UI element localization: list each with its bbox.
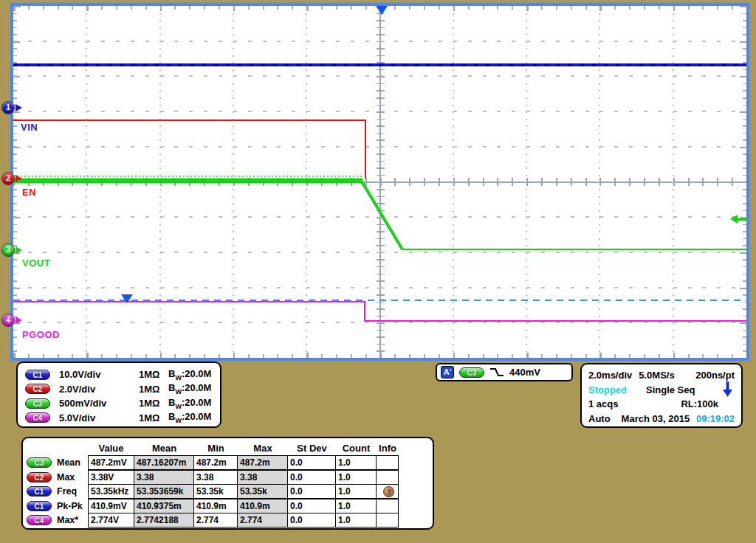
- measurement-cell: 3.38: [134, 470, 194, 485]
- trace-label-pgood: PGOOD: [22, 329, 60, 340]
- measurement-cell: 3.38: [193, 470, 238, 485]
- measurement-cell: 410.9375m: [134, 499, 194, 513]
- measurement-cell: 487.2m: [193, 455, 238, 470]
- measurement-name: Pk-Pk: [57, 501, 83, 511]
- measurement-cell: 0.0: [287, 484, 336, 499]
- channel-pill-c3[interactable]: C3: [25, 398, 50, 409]
- channel-impedance: 1MΩ: [139, 369, 168, 380]
- channel-ref-arrow-2: [16, 175, 22, 182]
- channel-ref-marker-3[interactable]: 3: [1, 243, 15, 257]
- measurement-col-header: Info: [358, 443, 417, 454]
- measurement-cell: 53.353659k: [134, 484, 194, 499]
- measurement-cell: 487.2mV: [88, 455, 134, 470]
- measurement-cell: 3.38V: [88, 470, 134, 485]
- channel-impedance: 1MΩ: [139, 384, 168, 395]
- measurement-name: Freq: [57, 486, 77, 497]
- channel-settings-row: C3500mV/div1MΩBW:20.0M: [25, 396, 213, 411]
- acquisition-count: 1 acqs: [588, 398, 618, 409]
- channel-settings-row: C110.0V/div1MΩBW:20.0M: [25, 367, 213, 382]
- measurement-cell: 53.35k: [193, 484, 238, 499]
- channel-scale: 500mV/div: [59, 398, 139, 409]
- measurement-cell: 2.774V: [88, 513, 134, 528]
- measurement-table-panel: ValueMeanMinMaxSt DevCountInfo C3Mean487…: [21, 437, 434, 530]
- waveform-display: VINENVOUTPGOOD: [10, 3, 749, 361]
- measurement-cell: 2.774: [237, 513, 288, 528]
- measurement-cell: 487.2m: [237, 455, 288, 470]
- measurement-cell: 53.35k: [237, 484, 288, 499]
- measurement-info-icon[interactable]: ?: [383, 486, 394, 497]
- measurement-col-header: Mean: [135, 443, 194, 454]
- channel-ref-arrow-3: [16, 246, 22, 254]
- channel-scale: 5.0V/div: [59, 412, 139, 423]
- trigger-mode: Auto: [588, 413, 611, 424]
- measurement-col-header: Value: [82, 443, 141, 454]
- measurement-source-pill[interactable]: C4: [27, 515, 52, 525]
- measurement-cell: 0.0: [287, 455, 336, 470]
- measurement-cell: 1.0: [335, 499, 377, 513]
- channel-settings-row: C45.0V/div1MΩBW:20.0M: [25, 411, 213, 426]
- measurement-cell: 1.0: [335, 484, 377, 499]
- trace-label-vin: VIN: [21, 122, 38, 133]
- channel-ref-marker-4[interactable]: 4: [1, 314, 15, 327]
- measurement-cell: 53.35kHz: [88, 484, 134, 499]
- channel-bandwidth: BW:20.0M: [168, 397, 211, 410]
- channel-bandwidth: BW:20.0M: [168, 368, 211, 381]
- measurement-cell-info: ?: [376, 484, 399, 499]
- measurement-cell: 1.0: [335, 513, 377, 528]
- falling-edge-icon: [489, 367, 504, 378]
- measurement-name: Max*: [57, 515, 78, 525]
- measurement-name: Max: [57, 472, 75, 483]
- measurement-cell: 0.0: [287, 499, 336, 513]
- measurement-source-pill[interactable]: C3: [27, 457, 52, 468]
- cursor-marker[interactable]: [121, 294, 133, 303]
- measurement-source-pill[interactable]: C1: [27, 501, 52, 511]
- channel-bandwidth: BW:20.0M: [168, 382, 211, 395]
- sample-rate: 5.0MS/s: [639, 370, 674, 381]
- channel-settings-row: C22.0V/div1MΩBW:20.0M: [25, 382, 213, 397]
- measurement-cell: 410.9m: [193, 499, 238, 513]
- measurement-cell: 0.0: [287, 513, 336, 528]
- channel-ref-marker-2[interactable]: 2: [1, 172, 15, 185]
- timebase-panel: 2.0ms/div 5.0MS/s 200ns/pt Stopped Singl…: [580, 363, 743, 428]
- trace-vout-fall: [362, 181, 402, 249]
- timebase-scale: 2.0ms/div: [588, 370, 632, 381]
- measurement-cell: 487.16207m: [134, 455, 194, 470]
- oscilloscope-screen: { "colors": { "bezel": "#ab9857", "frame…: [0, 0, 756, 543]
- trigger-position-icon: [723, 381, 732, 398]
- channel-pill-c2[interactable]: C2: [25, 384, 50, 394]
- trigger-position-marker[interactable]: [376, 6, 388, 15]
- measurement-cell: 1.0: [335, 455, 377, 470]
- measurement-cell: 0.0: [287, 470, 336, 485]
- measurement-row-label: C4Max*: [27, 513, 78, 528]
- measurement-cell: 3.38: [237, 470, 288, 485]
- channel-ref-arrow-4: [16, 317, 22, 324]
- measurement-cell: 410.9m: [237, 499, 288, 513]
- channel-bandwidth: BW:20.0M: [168, 411, 211, 424]
- channel-impedance: 1MΩ: [139, 398, 168, 409]
- measurement-table-header: ValueMeanMinMaxSt DevCountInfo: [23, 443, 433, 454]
- trigger-readout-panel: A' C3 440mV: [436, 363, 573, 381]
- trigger-source-pill[interactable]: C3: [459, 367, 484, 378]
- measurement-row-label: C1Pk-Pk: [27, 499, 83, 513]
- measurement-source-pill[interactable]: C2: [27, 472, 52, 483]
- trigger-a-badge[interactable]: A': [441, 366, 454, 378]
- measurement-cell: 2.7742188: [134, 513, 194, 528]
- channel-ref-marker-1[interactable]: 1: [1, 101, 15, 114]
- channel-impedance: 1MΩ: [139, 412, 168, 423]
- measurement-cell-info: [376, 455, 399, 470]
- measurement-name: Mean: [57, 457, 80, 468]
- measurement-cell-info: [376, 499, 399, 513]
- channel-pill-c1[interactable]: C1: [25, 370, 50, 380]
- trace-label-vout: VOUT: [22, 257, 50, 269]
- sequence-mode: Single Seq: [646, 384, 695, 395]
- trace-en: [13, 120, 365, 179]
- measurement-row-label: C1Freq: [27, 484, 77, 499]
- channel-scale: 10.0V/div: [59, 369, 139, 380]
- measurement-source-pill[interactable]: C1: [27, 486, 52, 497]
- sample-resolution: 200ns/pt: [695, 370, 735, 381]
- channel-scale: 2.0V/div: [59, 384, 139, 395]
- measurement-cell-info: [376, 470, 399, 485]
- measurement-cell: 2.774: [193, 513, 238, 528]
- trigger-level-value: 440mV: [509, 367, 540, 378]
- channel-pill-c4[interactable]: C4: [25, 412, 50, 423]
